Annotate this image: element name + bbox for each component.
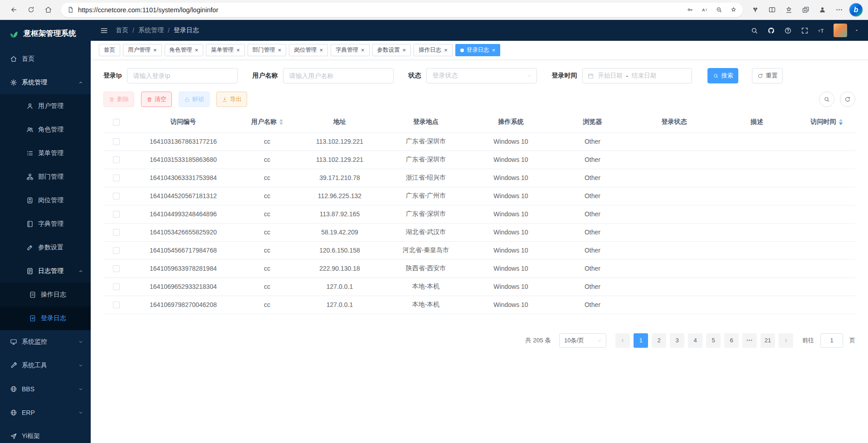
action-button-3[interactable]: 导出 [216, 92, 247, 107]
row-checkbox[interactable] [113, 175, 120, 181]
row-checkbox[interactable] [113, 302, 120, 308]
sidebar-item-10[interactable]: 操作日志 [0, 283, 91, 307]
collections-button[interactable] [798, 2, 813, 18]
close-icon[interactable]: × [278, 47, 282, 53]
user-avatar[interactable] [834, 24, 847, 37]
page-button-4[interactable]: 4 [688, 333, 702, 348]
sidebar-item-11[interactable]: 登录日志 [0, 307, 91, 330]
search-button[interactable] [751, 27, 758, 34]
sidebar-item-15[interactable]: ERP [0, 401, 91, 424]
profile-button[interactable] [814, 2, 830, 18]
close-icon[interactable]: × [195, 47, 199, 53]
close-icon[interactable]: × [236, 47, 240, 53]
caret-down-icon[interactable] [854, 28, 859, 33]
sidebar-item-8[interactable]: 参数设置 [0, 236, 91, 259]
tab-chip-7[interactable]: 参数设置× [372, 44, 411, 56]
status-filter-select[interactable]: 登录状态 [426, 68, 537, 83]
column-header-8[interactable]: 访问时间 [798, 112, 855, 132]
close-icon[interactable]: × [403, 47, 406, 53]
refresh-tool-button[interactable] [840, 92, 855, 107]
search-tool-button[interactable] [819, 92, 834, 107]
close-icon[interactable]: × [492, 47, 496, 53]
row-checkbox[interactable] [113, 193, 120, 200]
close-icon[interactable]: × [153, 47, 157, 53]
favorites-add-button[interactable] [727, 3, 740, 17]
bing-copilot-button[interactable]: b [849, 3, 863, 16]
site-info-icon[interactable] [67, 6, 74, 13]
favorites-bar-button[interactable] [781, 2, 796, 18]
question-button[interactable] [784, 27, 792, 34]
tab-chip-5[interactable]: 岗位管理× [289, 44, 328, 56]
tab-chip-6[interactable]: 字典管理× [331, 44, 370, 56]
tab-chip-0[interactable]: 首页 [99, 44, 120, 56]
action-button-2[interactable]: 解锁 [179, 92, 210, 107]
tab-chip-4[interactable]: 部门管理× [248, 44, 287, 56]
sidebar-item-3[interactable]: 角色管理 [0, 118, 91, 141]
row-checkbox[interactable] [113, 211, 120, 218]
sidebar-item-12[interactable]: 系统监控 [0, 330, 91, 354]
sidebar-item-0[interactable]: 首页 [0, 47, 91, 71]
ip-filter-input[interactable] [127, 68, 238, 83]
username-filter-input[interactable] [283, 68, 394, 83]
hamburger-icon[interactable] [100, 26, 108, 35]
search-button[interactable]: 搜索 [707, 68, 738, 83]
zoom-out-button[interactable] [712, 3, 726, 17]
close-icon[interactable]: × [319, 47, 323, 53]
row-checkbox[interactable] [113, 265, 120, 272]
page-button-21[interactable]: 21 [761, 333, 775, 348]
column-header-1[interactable]: 用户名称 [238, 112, 297, 132]
start-date-placeholder[interactable]: 开始日期 [598, 72, 622, 80]
row-checkbox[interactable] [113, 138, 120, 145]
page-button-1[interactable]: 1 [634, 333, 648, 348]
close-icon[interactable]: × [361, 47, 365, 53]
breadcrumb-item-home[interactable]: 首页 [116, 26, 128, 34]
url-input[interactable] [78, 6, 683, 14]
select-all-checkbox[interactable] [113, 119, 120, 126]
page-button-3[interactable]: 3 [670, 333, 684, 348]
sidebar-item-4[interactable]: 菜单管理 [0, 141, 91, 165]
row-checkbox[interactable] [113, 283, 120, 290]
tab-chip-9[interactable]: 登录日志× [455, 44, 501, 56]
sidebar-item-13[interactable]: 系统工具 [0, 354, 91, 377]
sidebar-item-1[interactable]: 系统管理 [0, 71, 91, 94]
page-button-5[interactable]: 5 [706, 333, 721, 348]
more-horizontal-button[interactable] [831, 2, 847, 18]
row-checkbox[interactable] [113, 156, 120, 163]
next-page-button[interactable] [779, 333, 793, 348]
split-screen-button[interactable] [764, 2, 780, 18]
more-pages-button[interactable]: ••• [742, 333, 757, 348]
page-button-2[interactable]: 2 [652, 333, 666, 348]
sort-carets[interactable] [279, 119, 283, 125]
row-checkbox[interactable] [113, 247, 120, 254]
end-date-placeholder[interactable]: 结束日期 [632, 72, 656, 80]
tab-chip-3[interactable]: 菜单管理× [206, 44, 245, 56]
sidebar-item-6[interactable]: 岗位管理 [0, 189, 91, 212]
sidebar-item-5[interactable]: 部门管理 [0, 165, 91, 189]
reset-button[interactable]: 重置 [752, 68, 783, 83]
sidebar-item-7[interactable]: 字典管理 [0, 212, 91, 236]
sidebar-item-9[interactable]: 日志管理 [0, 259, 91, 283]
breadcrumb-item-system[interactable]: 系统管理 [138, 26, 164, 34]
address-bar[interactable]: A [61, 3, 743, 17]
sidebar-item-16[interactable]: Yi框架 [0, 424, 91, 443]
prev-page-button[interactable] [615, 333, 630, 348]
tab-chip-8[interactable]: 操作日志× [414, 44, 453, 56]
font-size-button[interactable]: TT [818, 27, 825, 34]
page-button-6[interactable]: 6 [724, 333, 739, 348]
fullscreen-button[interactable] [801, 27, 809, 34]
tab-chip-2[interactable]: 角色管理× [165, 44, 204, 56]
github-button[interactable] [767, 27, 775, 34]
key-button[interactable] [683, 3, 697, 17]
sidebar-item-14[interactable]: BBS [0, 377, 91, 401]
login-time-range-picker[interactable]: 开始日期 - 结束日期 [582, 68, 692, 83]
shamrock-button[interactable] [747, 2, 763, 18]
tab-chip-1[interactable]: 用户管理× [123, 44, 162, 56]
home-button[interactable] [40, 2, 56, 18]
goto-page-input[interactable] [820, 333, 843, 348]
sidebar-item-2[interactable]: 用户管理 [0, 94, 91, 118]
close-icon[interactable]: × [444, 47, 448, 53]
read-aloud-button[interactable]: A [697, 3, 711, 17]
reload-button[interactable] [23, 2, 39, 18]
action-button-0[interactable]: 删除 [103, 92, 134, 107]
sort-carets[interactable] [839, 119, 843, 125]
